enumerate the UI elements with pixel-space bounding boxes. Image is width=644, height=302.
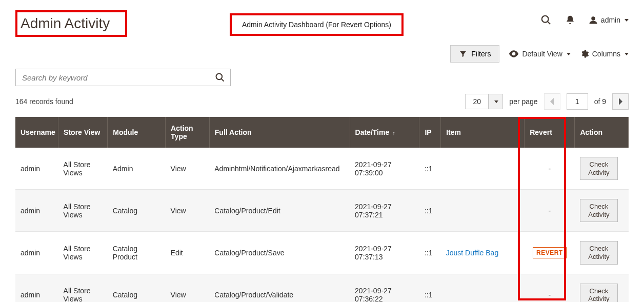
eye-icon <box>509 50 519 57</box>
user-menu[interactable]: admin <box>589 15 629 25</box>
default-view-control[interactable]: Default View <box>509 50 570 58</box>
default-view-label: Default View <box>522 50 562 58</box>
total-pages-label: of 9 <box>594 97 606 106</box>
cell-date-time: 2021-09-27 07:36:22 <box>350 274 419 302</box>
revert-button[interactable]: REVERT <box>533 247 567 258</box>
per-page-value: 20 <box>465 94 489 109</box>
cell-item <box>441 148 525 190</box>
search-box[interactable] <box>15 69 231 86</box>
sort-asc-icon: ↑ <box>392 130 395 136</box>
next-page-button[interactable] <box>612 93 629 110</box>
item-link[interactable]: Joust Duffle Bag <box>446 249 498 257</box>
table-row: adminAll Store ViewsCatalogViewCatalog/P… <box>15 274 629 302</box>
cell-module: Catalog <box>108 190 166 232</box>
col-header-username[interactable]: Username <box>15 117 58 148</box>
cell-module: Admin <box>108 148 166 190</box>
cell-full-action: Catalog/Product/Edit <box>209 190 350 232</box>
cell-username: admin <box>15 190 58 232</box>
svg-line-1 <box>548 22 551 25</box>
filters-label: Filters <box>471 50 491 58</box>
user-label: admin <box>601 16 620 24</box>
prev-page-button[interactable] <box>544 93 560 110</box>
cell-ip: ::1 <box>419 190 441 232</box>
cell-store-view: All Store Views <box>58 232 108 274</box>
cell-revert: - <box>525 148 575 190</box>
cell-store-view: All Store Views <box>58 274 108 302</box>
filters-button[interactable]: Filters <box>450 45 499 63</box>
columns-control[interactable]: Columns <box>580 49 629 58</box>
col-header-date-time[interactable]: Date/Time↑ <box>350 117 419 148</box>
svg-point-3 <box>216 74 223 80</box>
activity-table: Username Store View Module Action Type F… <box>15 117 629 302</box>
cell-full-action: Adminhtml/Notification/Ajaxmarkasread <box>209 148 350 190</box>
cell-module: Catalog <box>108 274 166 302</box>
cell-item: Joust Duffle Bag <box>441 232 525 274</box>
svg-point-2 <box>591 16 595 21</box>
cell-date-time: 2021-09-27 07:39:00 <box>350 148 419 190</box>
cell-action-type: Edit <box>166 232 210 274</box>
funnel-icon <box>459 50 467 58</box>
col-header-store-view[interactable]: Store View <box>58 117 108 148</box>
check-activity-button[interactable]: Check Activity <box>580 199 618 222</box>
page-input[interactable] <box>567 93 588 110</box>
table-row: adminAll Store ViewsCatalog ProductEditC… <box>15 232 629 274</box>
chevron-down-icon <box>494 100 498 103</box>
cell-module: Catalog Product <box>108 232 166 274</box>
cell-username: admin <box>15 274 58 302</box>
cell-action: Check Activity <box>575 190 629 232</box>
notifications-icon[interactable] <box>565 15 575 25</box>
cell-item <box>441 274 525 302</box>
gear-icon <box>580 49 589 58</box>
check-activity-button[interactable]: Check Activity <box>580 284 618 302</box>
avatar-icon <box>589 15 598 25</box>
cell-username: admin <box>15 232 58 274</box>
page-title: Admin Activity <box>15 10 127 37</box>
records-found: 164 records found <box>15 97 73 106</box>
cell-revert: - <box>525 190 575 232</box>
col-header-module[interactable]: Module <box>108 117 166 148</box>
search-input[interactable] <box>21 73 215 83</box>
cell-action: Check Activity <box>575 148 629 190</box>
cell-date-time: 2021-09-27 07:37:21 <box>350 190 419 232</box>
cell-action: Check Activity <box>575 232 629 274</box>
col-header-full-action[interactable]: Full Action <box>209 117 350 148</box>
cell-full-action: Catalog/Product/Validate <box>209 274 350 302</box>
cell-store-view: All Store Views <box>58 148 108 190</box>
col-header-action-type[interactable]: Action Type <box>166 117 210 148</box>
cell-ip: ::1 <box>419 274 441 302</box>
col-header-item[interactable]: Item <box>441 117 525 148</box>
cell-item <box>441 190 525 232</box>
cell-action-type: View <box>166 148 210 190</box>
cell-full-action: Catalog/Product/Save <box>209 232 350 274</box>
check-activity-button[interactable]: Check Activity <box>580 157 618 180</box>
chevron-left-icon <box>550 98 555 105</box>
cell-ip: ::1 <box>419 148 441 190</box>
chevron-right-icon <box>618 98 623 105</box>
table-row: adminAll Store ViewsAdminViewAdminhtml/N… <box>15 148 629 190</box>
cell-date-time: 2021-09-27 07:37:13 <box>350 232 419 274</box>
col-header-revert[interactable]: Revert <box>525 117 575 148</box>
per-page-label: per page <box>509 97 537 106</box>
cell-revert: REVERT <box>525 232 575 274</box>
cell-store-view: All Store Views <box>58 190 108 232</box>
col-header-ip[interactable]: IP <box>419 117 441 148</box>
search-icon[interactable] <box>540 14 552 26</box>
per-page-dropdown[interactable] <box>489 94 503 109</box>
chevron-down-icon <box>625 19 629 22</box>
col-header-action[interactable]: Action <box>575 117 629 148</box>
cell-action-type: View <box>166 190 210 232</box>
check-activity-button[interactable]: Check Activity <box>580 241 618 264</box>
columns-label: Columns <box>592 50 620 58</box>
chevron-down-icon <box>625 53 629 55</box>
annotation-box: Admin Activity Dashboard (For Revert Opt… <box>230 13 404 36</box>
cell-action-type: View <box>166 274 210 302</box>
search-icon[interactable] <box>215 72 225 83</box>
svg-line-4 <box>222 79 224 82</box>
table-row: adminAll Store ViewsCatalogViewCatalog/P… <box>15 190 629 232</box>
chevron-down-icon <box>567 53 571 55</box>
svg-point-0 <box>542 16 549 23</box>
cell-action: Check Activity <box>575 274 629 302</box>
cell-revert: - <box>525 274 575 302</box>
cell-username: admin <box>15 148 58 190</box>
cell-ip: ::1 <box>419 232 441 274</box>
